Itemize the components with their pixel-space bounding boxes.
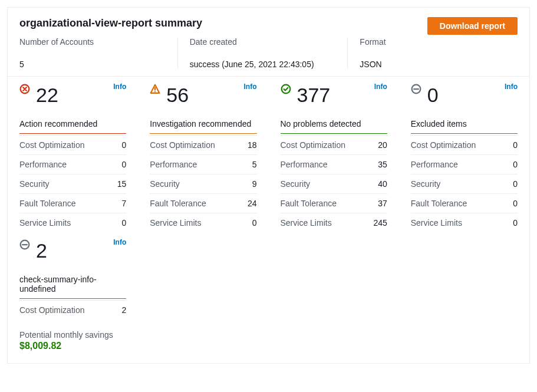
stat-underline (150, 133, 256, 134)
info-link[interactable]: Info (244, 83, 257, 91)
stat-row-label: Performance (19, 160, 67, 169)
stat-row: Performance0 (19, 154, 126, 174)
stat-row-value: 0 (513, 218, 518, 228)
stat-row-value: 18 (248, 140, 257, 150)
stat-row-label: Cost Optimization (150, 140, 215, 150)
stat-row-label: Security (19, 179, 50, 189)
stat-row: Fault Tolerance0 (411, 193, 518, 213)
stat-row-label: Fault Tolerance (150, 199, 206, 208)
stat-title: check-summary-info-undefined (19, 269, 126, 298)
stat-row-value: 20 (378, 140, 387, 150)
stat-rows: Cost Optimization18Performance5Security9… (150, 135, 256, 232)
info-link[interactable]: Info (374, 83, 387, 91)
savings-value: $8,009.82 (19, 341, 518, 351)
stat-row-value: 37 (378, 199, 387, 208)
meta-column: FormatJSON (347, 37, 518, 69)
stat-row: Performance5 (150, 154, 256, 174)
stat-rows: Cost Optimization0Performance0Security0F… (411, 135, 518, 232)
stat-card-check-summary-undefined: 2Infocheck-summary-info-undefinedCost Op… (8, 238, 138, 325)
stat-row-label: Security (411, 179, 441, 189)
stat-row: Cost Optimization18 (150, 135, 256, 154)
page-title: organizational-view-report summary (19, 17, 202, 29)
stat-head: 22Info (19, 83, 126, 113)
stat-number: 22 (36, 85, 58, 105)
stat-row-label: Service Limits (19, 218, 71, 228)
meta-label: Format (360, 37, 506, 47)
stat-row: Security0 (411, 174, 518, 193)
stat-row: Cost Optimization2 (19, 300, 126, 319)
stat-row: Fault Tolerance24 (150, 193, 256, 213)
stat-underline (19, 133, 126, 134)
stat-row-label: Security (150, 179, 180, 189)
stat-row: Cost Optimization20 (281, 135, 387, 154)
stat-row-value: 0 (252, 218, 257, 228)
stat-row-label: Service Limits (411, 218, 462, 228)
meta-column: Number of Accounts5 (19, 37, 177, 69)
meta-column: Date createdsuccess (June 25, 2021 22:43… (177, 37, 348, 69)
stat-row-value: 0 (513, 199, 518, 208)
stat-row: Security15 (19, 174, 126, 193)
meta-row: Number of Accounts5Date createdsuccess (… (8, 37, 529, 76)
stat-underline (19, 298, 126, 299)
stat-row: Performance0 (411, 154, 518, 174)
stat-underline (281, 133, 387, 134)
savings-section: Potential monthly savings $8,009.82 (8, 325, 529, 363)
stat-row-value: 0 (121, 140, 126, 150)
excluded-icon (19, 239, 30, 250)
info-link[interactable]: Info (113, 83, 126, 91)
download-report-button[interactable]: Download report (427, 17, 518, 35)
summary-header: organizational-view-report summary Downl… (8, 8, 529, 37)
stat-title: Investigation recommended (150, 113, 256, 133)
stat-row: Fault Tolerance37 (281, 193, 387, 213)
stat-row-value: 0 (513, 160, 518, 169)
stat-head: 0Info (411, 83, 518, 113)
stat-row: Performance35 (281, 154, 387, 174)
excluded-icon (411, 84, 421, 94)
stat-row-value: 0 (121, 218, 126, 228)
stat-underline (411, 133, 518, 134)
stat-row-value: 5 (252, 160, 257, 169)
stat-row-label: Service Limits (281, 218, 332, 228)
info-link[interactable]: Info (113, 238, 126, 246)
stat-rows: Cost Optimization2 (19, 300, 126, 319)
meta-value: 5 (19, 60, 166, 69)
stat-rows: Cost Optimization20Performance35Security… (281, 135, 387, 232)
stat-row-value: 40 (378, 179, 387, 189)
stat-row-label: Cost Optimization (19, 140, 84, 150)
warning-icon (150, 84, 160, 94)
stat-row-value: 0 (121, 160, 126, 169)
info-link[interactable]: Info (505, 83, 518, 91)
stat-row-value: 35 (378, 160, 387, 169)
stat-head: 2Info (19, 238, 126, 269)
stat-row: Service Limits0 (411, 213, 518, 232)
savings-label: Potential monthly savings (19, 330, 518, 340)
stat-row-value: 245 (373, 218, 387, 228)
stat-row-label: Security (281, 179, 311, 189)
stat-number: 0 (427, 85, 439, 105)
error-icon (19, 84, 30, 94)
stat-row: Service Limits245 (281, 213, 387, 232)
stat-card-no-problems: 377InfoNo problems detectedCost Optimiza… (269, 83, 399, 238)
stat-row-label: Cost Optimization (411, 140, 476, 150)
stat-row-label: Performance (150, 160, 197, 169)
stat-row-value: 7 (121, 199, 126, 208)
meta-label: Date created (190, 37, 336, 47)
stat-row-label: Cost Optimization (19, 305, 84, 315)
stat-row: Cost Optimization0 (19, 135, 126, 154)
stat-row-value: 0 (513, 140, 518, 150)
svg-point-2 (154, 91, 156, 92)
stat-row-label: Cost Optimization (281, 140, 345, 150)
meta-value: success (June 25, 2021 22:43:05) (190, 60, 336, 69)
stat-card-investigation-recommended: 56InfoInvestigation recommendedCost Opti… (138, 83, 268, 238)
stat-row-value: 0 (513, 179, 518, 189)
stat-row-value: 9 (252, 179, 257, 189)
ok-icon (281, 84, 291, 94)
stat-card-action-recommended: 22InfoAction recommendedCost Optimizatio… (8, 83, 138, 238)
meta-value: JSON (360, 60, 506, 69)
meta-label: Number of Accounts (19, 37, 166, 47)
stat-row-label: Performance (281, 160, 328, 169)
stat-card-excluded-items: 0InfoExcluded itemsCost Optimization0Per… (399, 83, 529, 238)
stat-title: No problems detected (281, 113, 387, 133)
stat-row: Cost Optimization0 (411, 135, 518, 154)
stat-number: 2 (36, 241, 47, 261)
